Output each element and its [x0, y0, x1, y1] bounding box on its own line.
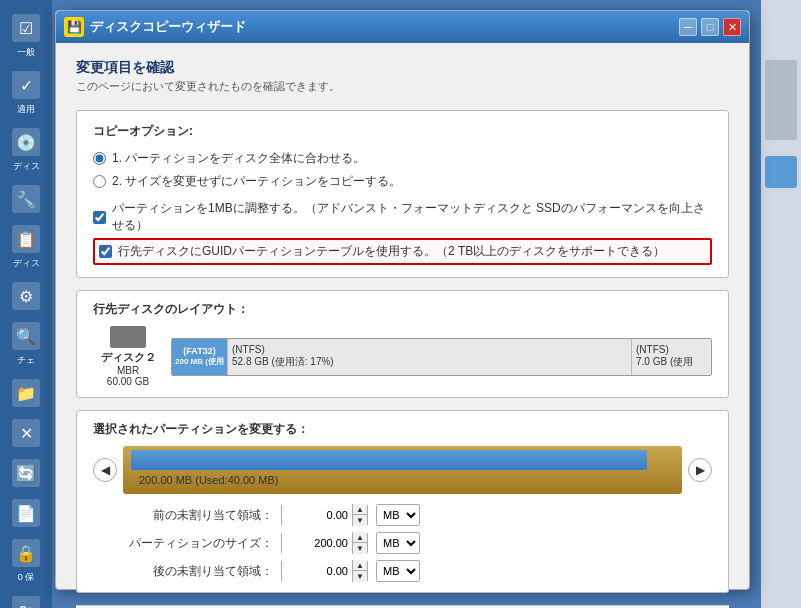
fat32-label: (FAT32): [183, 346, 215, 356]
x-icon: ✕: [12, 419, 40, 447]
partition-ntfs-small[interactable]: (NTFS) 7.0 GB (使用: [631, 339, 711, 375]
highlighted-checkbox-container: 行先ディスクにGUIDパーティションテーブルを使用する。（2 TB以上のディスク…: [93, 238, 712, 265]
disk-size: 60.00 GB: [107, 376, 149, 387]
partition-ntfs-large[interactable]: (NTFS) 52.8 GB (使用済: 17%): [227, 339, 631, 375]
spinbox-container-2: ▲ ▼: [281, 560, 368, 582]
disk1-icon: 💿: [12, 128, 40, 156]
dialog-window: 💾 ディスクコピーウィザード ─ □ ✕ 変更項目を確認 このページにおいて変更…: [55, 10, 750, 590]
spinbox-label-2: 後の未割り当て領域：: [113, 563, 273, 580]
radio-input-1[interactable]: [93, 152, 106, 165]
spinbox-label-1: パーティションのサイズ：: [113, 535, 273, 552]
sidebar-item-x[interactable]: ✕: [0, 415, 52, 451]
spin-up-0[interactable]: ▲: [353, 504, 367, 515]
sidebar-item-refresh[interactable]: 🔄: [0, 455, 52, 491]
copy-options-title: コピーオプション:: [93, 123, 712, 140]
ntfs-label: (NTFS): [232, 344, 631, 355]
disk2-icon: 📋: [12, 225, 40, 253]
title-bar-icon: 💾: [64, 17, 84, 37]
spinbox-input-1[interactable]: [282, 532, 352, 554]
maximize-button[interactable]: □: [701, 18, 719, 36]
spin-up-2[interactable]: ▲: [353, 560, 367, 571]
settings-icon: ⚙: [12, 282, 40, 310]
apply-icon: ✓: [12, 71, 40, 99]
spinbox-arrows-2: ▲ ▼: [352, 560, 367, 582]
check-icon: 🔍: [12, 322, 40, 350]
spinbox-arrows-0: ▲ ▼: [352, 504, 367, 526]
right-panel: [761, 0, 801, 608]
unit-select-1[interactable]: MBGB: [376, 532, 420, 554]
partition-bar-inner: [131, 450, 647, 470]
sidebar-label-general: 一般: [17, 46, 35, 59]
spinbox-label-0: 前の未割り当て領域：: [113, 507, 273, 524]
spinbox-rows: 前の未割り当て領域： ▲ ▼ MBGB パーティションのサイズ：: [93, 504, 712, 582]
sidebar-item-settings[interactable]: ⚙: [0, 278, 52, 314]
doc-icon: 📄: [12, 499, 40, 527]
checkbox-item-2[interactable]: 行先ディスクにGUIDパーティションテーブルを使用する。（2 TB以上のディスク…: [99, 243, 665, 260]
partition-bar-label: 200.00 MB (Used:40.00 MB): [131, 470, 674, 486]
sidebar-item-apply[interactable]: ✓ 適用: [0, 67, 52, 120]
spinbox-row-0: 前の未割り当て領域： ▲ ▼ MBGB: [113, 504, 712, 526]
sidebar-item-disk2[interactable]: 📋 ディス: [0, 221, 52, 274]
disk-layout-section: 行先ディスクのレイアウト： ディスク２ MBR 60.00 GB (FAT32)…: [76, 290, 729, 398]
partition-next-button[interactable]: ▶: [688, 458, 712, 482]
spinbox-input-0[interactable]: [282, 504, 352, 526]
gplus-icon: G+: [12, 596, 40, 608]
ntfs2-size: 7.0 GB (使用: [636, 355, 711, 369]
sidebar-label-disk2: ディス: [13, 257, 40, 270]
disk-type: MBR: [117, 365, 139, 376]
title-bar: 💾 ディスクコピーウィザード ─ □ ✕: [56, 11, 749, 43]
sidebar-item-tool[interactable]: 🔧: [0, 181, 52, 217]
partition-fat32[interactable]: (FAT32) 200 MB (使用: [172, 339, 227, 375]
section-subtitle: このページにおいて変更されたものを確認できます。: [76, 79, 729, 94]
disk-name: ディスク２: [101, 350, 156, 365]
checkbox-item-1[interactable]: パーティションを1MBに調整する。（アドバンスト・フォーマットディスクと SSD…: [93, 200, 712, 234]
sidebar: ☑ 一般 ✓ 適用 💿 ディス 🔧 📋 ディス ⚙ 🔍 チェ 📁 ✕ 🔄 📄 🔒…: [0, 0, 52, 608]
sidebar-item-gplus[interactable]: G+ GF: [0, 592, 52, 608]
ntfs-used: 52.8 GB (使用済: 17%): [232, 355, 631, 369]
sidebar-item-disk1[interactable]: 💿 ディス: [0, 124, 52, 177]
radio-label-2: 2. サイズを変更せずにパーティションをコピーする。: [112, 173, 401, 190]
spin-down-0[interactable]: ▼: [353, 515, 367, 526]
right-panel-button[interactable]: [765, 156, 797, 188]
unit-select-2[interactable]: MBGB: [376, 560, 420, 582]
sidebar-label-disk1: ディス: [13, 160, 40, 173]
sidebar-item-general[interactable]: ☑ 一般: [0, 10, 52, 63]
section-header: 変更項目を確認 このページにおいて変更されたものを確認できます。: [76, 59, 729, 94]
title-bar-text: ディスクコピーウィザード: [90, 18, 673, 36]
title-bar-buttons: ─ □ ✕: [679, 18, 741, 36]
partition-bar: 200.00 MB (Used:40.00 MB): [123, 446, 682, 494]
sidebar-item-folder[interactable]: 📁: [0, 375, 52, 411]
fat32-size: 200 MB (使用: [175, 356, 224, 367]
radio-group: 1. パーティションをディスク全体に合わせる。 2. サイズを変更せずにパーティ…: [93, 150, 712, 190]
checkbox-input-2[interactable]: [99, 245, 112, 258]
tool-icon: 🔧: [12, 185, 40, 213]
radio-input-2[interactable]: [93, 175, 106, 188]
unit-select-0[interactable]: MBGB: [376, 504, 420, 526]
dialog-content: 変更項目を確認 このページにおいて変更されたものを確認できます。 コピーオプショ…: [56, 43, 749, 589]
refresh-icon: 🔄: [12, 459, 40, 487]
close-button[interactable]: ✕: [723, 18, 741, 36]
sidebar-item-lock[interactable]: 🔒 0 保: [0, 535, 52, 588]
spinbox-arrows-1: ▲ ▼: [352, 532, 367, 554]
folder-icon: 📁: [12, 379, 40, 407]
partition-edit-section: 選択されたパーティションを変更する： ◀ 200.00 MB (Used:40.…: [76, 410, 729, 593]
spinbox-input-2[interactable]: [282, 560, 352, 582]
section-title: 変更項目を確認: [76, 59, 729, 77]
radio-item-1[interactable]: 1. パーティションをディスク全体に合わせる。: [93, 150, 712, 167]
sidebar-label-lock: 0 保: [18, 571, 35, 584]
right-panel-widget: [765, 60, 797, 140]
spin-down-1[interactable]: ▼: [353, 543, 367, 554]
spin-down-2[interactable]: ▼: [353, 571, 367, 582]
sidebar-item-check[interactable]: 🔍 チェ: [0, 318, 52, 371]
spinbox-row-1: パーティションのサイズ： ▲ ▼ MBGB: [113, 532, 712, 554]
partition-prev-button[interactable]: ◀: [93, 458, 117, 482]
sidebar-item-doc[interactable]: 📄: [0, 495, 52, 531]
radio-label-1: 1. パーティションをディスク全体に合わせる。: [112, 150, 365, 167]
lock-icon: 🔒: [12, 539, 40, 567]
sidebar-label-apply: 適用: [17, 103, 35, 116]
checkbox-input-1[interactable]: [93, 211, 106, 224]
spin-up-1[interactable]: ▲: [353, 532, 367, 543]
spinbox-container-0: ▲ ▼: [281, 504, 368, 526]
minimize-button[interactable]: ─: [679, 18, 697, 36]
radio-item-2[interactable]: 2. サイズを変更せずにパーティションをコピーする。: [93, 173, 712, 190]
